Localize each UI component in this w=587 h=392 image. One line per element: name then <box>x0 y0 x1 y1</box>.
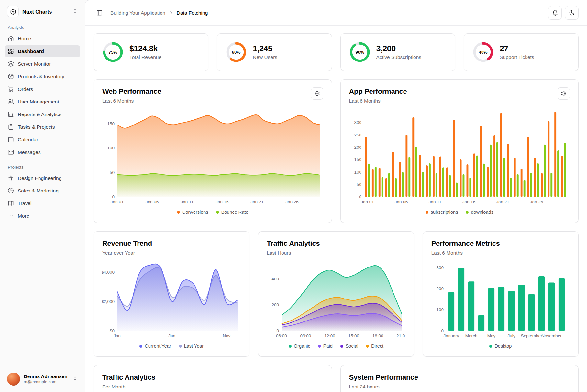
svg-text:40%: 40% <box>479 50 487 55</box>
sidebar-item-label: More <box>18 213 29 219</box>
workspace-switcher[interactable]: Nuxt Charts <box>5 4 80 19</box>
performance-metrics-plot: 0100200300JanuaryMarchMayJulySeptemberNo… <box>431 260 570 341</box>
svg-text:300: 300 <box>436 265 444 270</box>
stat-value: 27 <box>500 44 534 53</box>
revenue-trend-card: Revenue Trend Year over Year $0$2,000$4,… <box>94 231 249 357</box>
mail-icon <box>8 149 14 155</box>
sidebar-item-label: Sales & Marketing <box>18 188 59 194</box>
sidebar-item-sales-marketing[interactable]: Sales & Marketing <box>5 185 80 197</box>
users-icon <box>8 99 14 105</box>
svg-text:09:00: 09:00 <box>300 333 311 338</box>
sidebar-item-travel[interactable]: Travel <box>5 197 80 209</box>
chart-legend: ConversionsBounce Rate <box>102 210 323 215</box>
sidebar-item-label: Dashboard <box>18 49 44 54</box>
main-panel: Building Your Application Data Fetching … <box>85 0 587 392</box>
charts-row-secondary: Revenue Trend Year over Year $0$2,000$4,… <box>94 231 579 357</box>
chart-subtitle: Last 6 Months <box>431 250 500 256</box>
sidebar-item-dashboard[interactable]: Dashboard <box>5 45 80 57</box>
hash-icon <box>8 175 14 181</box>
chart-legend: subscriptionsdownloads <box>349 210 570 215</box>
svg-text:July: July <box>507 333 515 338</box>
legend-item-organic: Organic <box>289 343 310 349</box>
sidebar-toggle-button[interactable] <box>94 7 105 19</box>
dashboard-content: 75% $124.8k Total Revenue 60% 1,245 New … <box>85 26 587 392</box>
card-head: Revenue Trend Year over Year <box>102 239 241 256</box>
breadcrumb: Building Your Application Data Fetching <box>110 10 208 16</box>
svg-text:September: September <box>521 333 542 338</box>
chart-legend: OrganicPaidSocialDirect <box>267 343 405 349</box>
svg-text:250: 250 <box>354 133 361 137</box>
chevrons-up-down-icon <box>72 8 78 15</box>
notifications-button[interactable] <box>548 6 562 20</box>
card-head: Performance Metrics Last 6 Months <box>431 239 570 256</box>
svg-text:Jan: Jan <box>114 333 121 338</box>
breadcrumb-current: Data Fetching <box>177 10 208 16</box>
svg-text:Nov: Nov <box>223 333 230 338</box>
sidebar-item-orders[interactable]: Orders <box>5 83 80 95</box>
user-menu[interactable]: Dennis Adriaansen m@example.com <box>5 370 80 388</box>
sidebar-item-user-management[interactable]: User Management <box>5 96 80 108</box>
charts-row-primary: Web Performance Last 6 Months 050100150J… <box>94 79 579 223</box>
sidebar-item-reports-analytics[interactable]: Reports & Analytics <box>5 108 80 120</box>
svg-text:100: 100 <box>107 146 115 150</box>
system-performance-card: System Performance Last 24 hours <box>340 365 579 392</box>
sidebar-item-calendar[interactable]: Calendar <box>5 134 80 146</box>
panel-left-icon <box>96 10 103 16</box>
chevrons-up-down-icon <box>72 376 78 382</box>
web-performance-card: Web Performance Last 6 Months 050100150J… <box>94 79 332 223</box>
user-email: m@example.com <box>24 379 69 385</box>
sidebar-item-more[interactable]: More <box>5 210 80 222</box>
chart-title: Traffic Analytics <box>102 373 155 382</box>
svg-text:0: 0 <box>359 194 361 199</box>
performance-metrics-svg: 0100200300JanuaryMarchMayJulySeptemberNo… <box>431 260 570 339</box>
svg-text:Jan 26: Jan 26 <box>530 200 543 204</box>
progress-ring: 60% <box>226 41 247 63</box>
settings-icon <box>314 91 320 96</box>
card-head: Traffic Analytics Last Hours <box>267 239 405 256</box>
stat-text: 27 Support Tickets <box>500 44 534 60</box>
svg-text:300: 300 <box>354 120 361 125</box>
stat-label: New Users <box>253 54 277 60</box>
sidebar-item-products-inventory[interactable]: Products & Inventory <box>5 71 80 82</box>
svg-text:May: May <box>487 333 495 338</box>
chart-settings-button[interactable] <box>558 87 570 100</box>
svg-text:Jan 01: Jan 01 <box>361 200 374 204</box>
sidebar-item-home[interactable]: Home <box>5 33 80 45</box>
sidebar-item-label: Home <box>18 36 31 42</box>
sidebar-item-label: Messages <box>18 149 41 155</box>
chart-subtitle: Last Hours <box>267 250 320 256</box>
map-icon <box>8 200 14 206</box>
svg-text:12:00: 12:00 <box>324 333 335 338</box>
svg-text:21:00: 21:00 <box>396 333 405 338</box>
sidebar-item-label: User Management <box>18 99 59 105</box>
sidebar-item-server-monitor[interactable]: Server Monitor <box>5 58 80 70</box>
sidebar-item-label: Orders <box>18 86 33 92</box>
chart-settings-button[interactable] <box>311 87 323 100</box>
chart-title: App Performance <box>349 87 407 96</box>
charts-row-bottom: Traffic Analytics Per Month System Perfo… <box>94 365 579 392</box>
chart-subtitle: Last 6 Months <box>102 98 161 104</box>
sidebar-item-label: Calendar <box>18 137 38 143</box>
sidebar-item-tasks-projects[interactable]: Tasks & Projects <box>5 121 80 133</box>
breadcrumb-link[interactable]: Building Your Application <box>110 10 165 16</box>
revenue-trend-plot: $0$2,000$4,000JanJunNov <box>102 260 241 341</box>
sidebar-item-design-engineering[interactable]: Design Engineering <box>5 172 80 184</box>
legend-item-last-year: Last Year <box>179 343 204 349</box>
chart-subtitle: Year over Year <box>102 250 152 256</box>
tasks-icon <box>8 124 14 130</box>
svg-text:15:00: 15:00 <box>349 333 360 338</box>
theme-toggle-button[interactable] <box>565 6 579 20</box>
stat-text: 1,245 New Users <box>253 44 277 60</box>
svg-text:0: 0 <box>277 328 279 333</box>
traffic-analytics-hours-plot: 020040006:0009:0012:0015:0018:0021:00 <box>267 260 405 341</box>
legend-item-bounce-rate: Bounce Rate <box>216 210 249 215</box>
sidebar-item-messages[interactable]: Messages <box>5 146 80 158</box>
svg-text:200: 200 <box>436 286 444 291</box>
svg-text:100: 100 <box>436 307 444 312</box>
svg-text:06:00: 06:00 <box>276 333 287 338</box>
legend-item-current-year: Current Year <box>139 343 171 349</box>
stat-text: 3,200 Active Subscriptions <box>376 44 422 60</box>
chart-icon <box>8 111 14 117</box>
svg-text:150: 150 <box>107 121 115 126</box>
svg-text:0: 0 <box>112 194 115 199</box>
